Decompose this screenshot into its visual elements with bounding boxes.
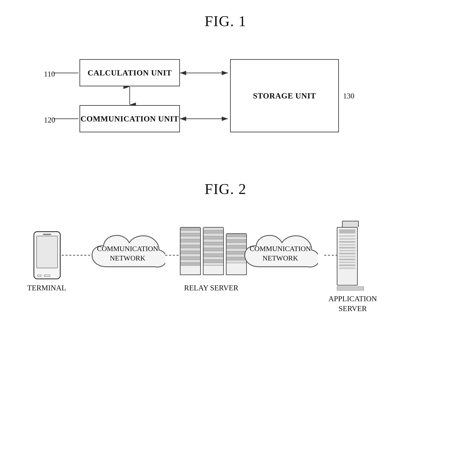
svg-text:COMMUNICATION: COMMUNICATION [250,245,311,253]
comm-network-2-icon: COMMUNICATION NETWORK [243,231,318,282]
terminal-icon [33,231,61,279]
storage-unit-box: STORAGE UNIT [230,59,339,132]
relay-server-label: RELAY SERVER [184,284,238,292]
fig2-section: FIG. 2 [21,180,430,382]
relay-server-icon [180,227,247,275]
communication-unit-label: COMMUNICATION UNIT [81,114,179,123]
fig2-title-label: FIG. 2 [21,180,430,198]
svg-text:NETWORK: NETWORK [263,254,298,262]
page: FIG. 1 [0,0,451,476]
ref-120-label: 120 [44,116,55,124]
ref-110-label: 110 [44,70,55,78]
storage-unit-label: STORAGE UNIT [253,91,316,100]
communication-unit-box: COMMUNICATION UNIT [80,105,180,132]
svg-text:COMMUNICATION: COMMUNICATION [97,245,158,253]
ref-130-label: 130 [343,92,354,100]
fig2-diagram: TERMINAL COMMUNICATION NETWORK [21,215,430,382]
svg-text:NETWORK: NETWORK [110,254,145,262]
fig1-diagram: 110 120 130 CALCULATION UNIT COMMUNICATI… [21,47,430,155]
app-server-label: APPLICATION SERVER [328,294,377,314]
calculation-unit-label: CALCULATION UNIT [88,68,172,77]
calculation-unit-box: CALCULATION UNIT [80,59,180,86]
comm-network-1-icon: COMMUNICATION NETWORK [90,231,165,282]
app-server-icon [337,221,364,291]
fig1-title-label: FIG. 1 [21,12,430,30]
terminal-label: TERMINAL [27,284,66,292]
